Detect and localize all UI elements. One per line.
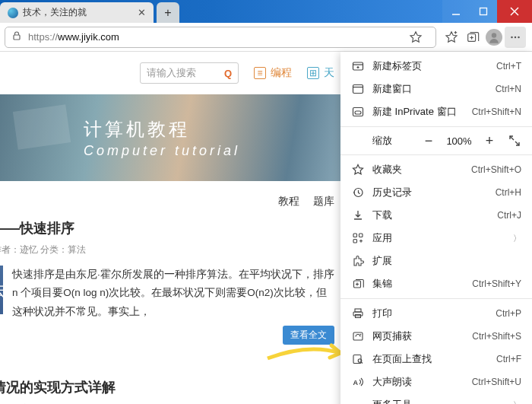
- svg-rect-20: [353, 108, 363, 116]
- menu-new-tab[interactable]: 新建标签页 Ctrl+T: [340, 55, 532, 78]
- article-block: 情况的实现方式详解 作者：迹忆 分类：网络: [0, 361, 334, 404]
- tab-close-icon[interactable]: ✕: [138, 7, 146, 18]
- svg-point-35: [360, 334, 362, 336]
- browser-tab[interactable]: 技术，关注的就 ✕: [0, 2, 154, 23]
- svg-text:A: A: [353, 379, 359, 387]
- svg-rect-4: [14, 35, 20, 40]
- menu-more-tools[interactable]: 更多工具 〉: [340, 393, 532, 404]
- svg-rect-31: [355, 309, 361, 312]
- address-bar: https://www.jiyik.com: [0, 23, 532, 52]
- window-close-button[interactable]: [497, 0, 532, 23]
- svg-point-11: [511, 36, 513, 38]
- menu-apps[interactable]: 应用 〉: [340, 227, 532, 250]
- menu-history[interactable]: 历史记录 Ctrl+H: [340, 181, 532, 204]
- capture-icon: [351, 330, 365, 342]
- nav-link-tool[interactable]: ⊞ 天: [307, 66, 334, 80]
- zoom-in-button[interactable]: +: [477, 131, 502, 151]
- new-tab-button[interactable]: +: [157, 2, 179, 23]
- window-minimize-button[interactable]: [442, 0, 470, 23]
- article-block: ——快速排序 作者：迹忆 分类：算法 去 快速排序是由东尼·霍尔所发展的一种排序…: [0, 219, 334, 361]
- svg-point-13: [518, 36, 520, 38]
- star-outline-icon[interactable]: [405, 27, 426, 48]
- nav-link-program[interactable]: ≡ 编程: [254, 66, 292, 80]
- fullscreen-button[interactable]: [503, 135, 526, 147]
- article-title[interactable]: 情况的实现方式详解: [0, 378, 334, 396]
- extensions-icon: [351, 255, 365, 267]
- svg-rect-1: [480, 8, 487, 15]
- search-icon[interactable]: Q: [224, 68, 232, 79]
- browser-overflow-menu: 新建标签页 Ctrl+T 新建窗口 Ctrl+N 新建 InPrivate 窗口…: [340, 52, 532, 404]
- menu-downloads[interactable]: 下载 Ctrl+J: [340, 204, 532, 227]
- read-aloud-icon: A: [351, 376, 365, 388]
- svg-rect-21: [355, 111, 361, 114]
- new-tab-icon: [351, 60, 365, 72]
- svg-point-10: [492, 33, 496, 37]
- menu-collections[interactable]: 集锦 Ctrl+Shift+Y: [340, 272, 532, 295]
- banner-title-en: Computer tutorial: [84, 143, 240, 159]
- zoom-value: 100%: [442, 135, 476, 147]
- history-icon: [351, 186, 365, 199]
- menu-new-window[interactable]: 新建窗口 Ctrl+N: [340, 78, 532, 100]
- svg-rect-34: [353, 332, 363, 340]
- menu-print[interactable]: 打印 Ctrl+P: [340, 302, 532, 325]
- url-scheme: https://: [28, 31, 58, 43]
- profile-avatar[interactable]: [483, 27, 505, 48]
- svg-rect-23: [353, 234, 357, 237]
- article-title[interactable]: ——快速排序: [0, 219, 334, 237]
- article-excerpt: 快速排序是由东尼·霍尔所发展的一种排序算法。在平均状况下，排序 n 个项目要O(…: [12, 266, 334, 321]
- collections-icon[interactable]: [462, 27, 483, 48]
- menu-zoom-row: 缩放 − 100% +: [340, 127, 532, 154]
- page-tab-tutorial[interactable]: 教程: [278, 195, 299, 208]
- search-placeholder: 请输入搜索: [147, 66, 196, 80]
- star-icon: [351, 164, 365, 176]
- code-icon: ≡: [254, 67, 266, 79]
- banner-title-cn: 计算机教程: [84, 117, 240, 142]
- inprivate-icon: [351, 106, 365, 118]
- svg-rect-18: [353, 85, 363, 94]
- menu-extensions[interactable]: 扩展: [340, 250, 532, 272]
- menu-read-aloud[interactable]: A 大声朗读 Ctrl+Shift+U: [340, 371, 532, 393]
- window-titlebar: 技术，关注的就 ✕ +: [0, 0, 532, 23]
- menu-web-capture[interactable]: 网页捕获 Ctrl+Shift+S: [340, 325, 532, 348]
- url-input[interactable]: https://www.jiyik.com: [5, 27, 436, 48]
- apps-icon: [351, 232, 365, 244]
- menu-favorites[interactable]: 收藏夹 Ctrl+Shift+O: [340, 158, 532, 181]
- menu-new-inprivate[interactable]: 新建 InPrivate 窗口 Ctrl+Shift+N: [340, 100, 532, 123]
- read-more-button[interactable]: 查看全文: [283, 326, 334, 345]
- svg-rect-24: [359, 234, 363, 237]
- zoom-out-button[interactable]: −: [416, 131, 441, 151]
- tab-label: 技术，关注的就: [23, 6, 133, 19]
- svg-rect-32: [353, 312, 363, 316]
- download-icon: [351, 209, 365, 221]
- lock-icon: [11, 30, 22, 43]
- article-meta: 作者：迹忆 分类：算法: [0, 243, 334, 256]
- more-menu-button[interactable]: [505, 27, 526, 48]
- favorites-star-icon[interactable]: [441, 27, 462, 48]
- tab-favicon: [8, 8, 18, 18]
- chevron-right-icon: 〉: [513, 233, 521, 244]
- svg-line-38: [361, 362, 363, 364]
- page-tab-questions[interactable]: 题库: [313, 195, 334, 208]
- chevron-right-icon: 〉: [513, 399, 521, 405]
- site-search-input[interactable]: 请输入搜索 Q: [140, 62, 239, 84]
- article-thumbnail: 去: [0, 266, 3, 314]
- tool-icon: ⊞: [307, 67, 319, 79]
- print-icon: [351, 307, 365, 320]
- window-maximize-button[interactable]: [470, 0, 497, 23]
- new-window-icon: [351, 83, 365, 95]
- svg-point-12: [515, 36, 517, 38]
- svg-rect-25: [353, 240, 357, 243]
- find-icon: [351, 353, 365, 365]
- url-host: www.jiyik.com: [58, 31, 119, 43]
- menu-find[interactable]: 在页面上查找 Ctrl+F: [340, 348, 532, 371]
- collections-icon: [351, 278, 365, 290]
